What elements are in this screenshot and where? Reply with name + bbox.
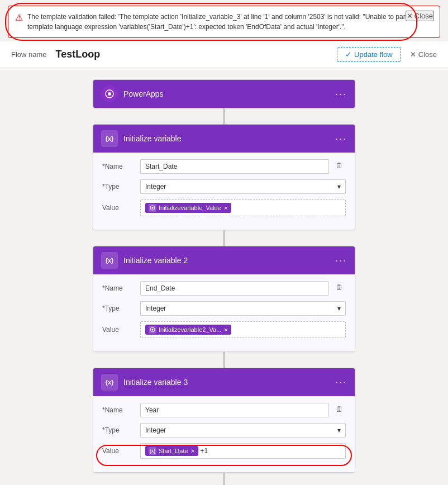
svg-point-5 (152, 329, 154, 331)
header-actions: ✓ Update flow ✕ Close (337, 47, 437, 62)
value-input-1[interactable]: Initializevariable_Value ✕ (140, 199, 346, 216)
init-var-1-body: *Name Start_Date 🗓 *Type Integer ▾ Value (93, 153, 355, 230)
init-var-1-title: Initialize variable (123, 134, 330, 143)
name-input-3[interactable]: Year (140, 403, 329, 417)
init-var-2-menu[interactable]: ··· (335, 255, 347, 267)
token-chip-3: {x} Start_Date ✕ (145, 446, 198, 456)
init-var-2-step: {x} Initialize variable 2 ··· *Name End_… (93, 246, 355, 352)
init-var-1-type-row: *Type Integer ▾ (102, 179, 346, 194)
svg-point-3 (152, 207, 154, 209)
init-var-1-value-row: Value Initializevariable_Value ✕ (102, 199, 346, 216)
chip-icon-1 (149, 204, 156, 212)
chevron-down-icon-1: ▾ (337, 183, 341, 191)
calendar-icon-1[interactable]: 🗓 (336, 161, 346, 172)
chip-icon-2 (149, 326, 156, 334)
powerapps-header: PowerApps ··· (93, 80, 355, 108)
name-label-3: *Name (102, 406, 136, 414)
close-x-icon: ✕ (407, 12, 413, 20)
init-var-2-name-row: *Name End_Date 🗓 (102, 281, 346, 296)
powerapps-menu[interactable]: ··· (335, 88, 347, 100)
init-var-3-step: {x} Initialize variable 3 ··· *Name Year… (93, 368, 355, 473)
value-input-2[interactable]: Initializevariable2_Va... ✕ (140, 321, 346, 338)
close-button[interactable]: ✕ Close (410, 50, 437, 59)
check-icon: ✓ (345, 50, 351, 59)
connector-1 (223, 108, 225, 124)
chip-close-3[interactable]: ✕ (190, 448, 195, 454)
error-banner: ⚠ The template validation failed: 'The t… (8, 6, 440, 38)
chip-close-1[interactable]: ✕ (223, 205, 228, 211)
chip-icon-3: {x} (149, 447, 156, 455)
init-var-3-type-row: *Type Integer ▾ (102, 423, 346, 438)
init-var-3-body: *Name Year 🗓 *Type Integer ▾ Value (93, 396, 355, 472)
token-chip-2: Initializevariable2_Va... ✕ (145, 325, 231, 335)
error-text: The template validation failed: 'The tem… (27, 12, 420, 32)
close-icon: ✕ (410, 50, 416, 59)
type-label-1: *Type (102, 183, 136, 191)
flow-name-label: Flow name (11, 50, 47, 59)
init-var-3-icon: {x} (101, 374, 118, 391)
init-var-3-value-row: Value {x} Start_Date ✕ +1 (102, 443, 346, 459)
init-var-2-title: Initialize variable 2 (123, 256, 330, 265)
chevron-down-icon-2: ▾ (337, 305, 341, 312)
name-label-2: *Name (102, 284, 136, 292)
init-var-3-name-row: *Name Year 🗓 (102, 403, 346, 417)
init-var-3-header: {x} Initialize variable 3 ··· (93, 368, 355, 396)
type-select-2[interactable]: Integer ▾ (140, 301, 346, 316)
error-icon: ⚠ (15, 12, 23, 23)
update-flow-button[interactable]: ✓ Update flow (337, 47, 401, 62)
init-var-2-icon: {x} (101, 252, 118, 269)
type-select-3[interactable]: Integer ▾ (140, 423, 346, 438)
init-var-2-type-row: *Type Integer ▾ (102, 301, 346, 316)
svg-point-1 (108, 92, 111, 96)
init-var-3-menu[interactable]: ··· (335, 377, 347, 388)
calendar-icon-2[interactable]: 🗓 (336, 283, 346, 293)
error-close-button[interactable]: ✕ Close (406, 11, 434, 21)
init-var-1-header: {x} Initialize variable ··· (93, 125, 355, 153)
init-var-1-menu[interactable]: ··· (335, 133, 347, 145)
powerapps-step: PowerApps ··· (93, 79, 355, 108)
value-label-1: Value (102, 204, 136, 212)
init-var-3-title: Initialize variable 3 (123, 378, 330, 387)
type-label-3: *Type (102, 426, 136, 434)
calendar-icon-3[interactable]: 🗓 (336, 405, 346, 415)
chip-close-2[interactable]: ✕ (223, 327, 228, 333)
init-var-2-value-row: Value Initializevariable2_Va... ✕ (102, 321, 346, 338)
header-bar: Flow name TestLoop ✓ Update flow ✕ Close (0, 41, 448, 68)
value-label-3: Value (102, 447, 136, 455)
name-input-2[interactable]: End_Date (140, 281, 329, 296)
token-chip-1: Initializevariable_Value ✕ (145, 203, 231, 213)
connector-2 (223, 230, 225, 246)
init-var-1-name-row: *Name Start_Date 🗓 (102, 159, 346, 174)
init-var-1-icon: {x} (101, 130, 118, 147)
chevron-down-icon-3: ▾ (337, 426, 341, 434)
name-input-1[interactable]: Start_Date (140, 159, 329, 174)
powerapps-title: PowerApps (123, 89, 330, 98)
name-label-1: *Name (102, 163, 136, 170)
value-label-2: Value (102, 326, 136, 334)
canvas: PowerApps ··· {x} Initialize variable ··… (0, 68, 448, 485)
init-var-2-body: *Name End_Date 🗓 *Type Integer ▾ Value (93, 274, 355, 351)
connector-3 (223, 352, 225, 368)
connector-4 (223, 473, 225, 485)
flow-name-value: TestLoop (56, 49, 101, 60)
type-select-1[interactable]: Integer ▾ (140, 179, 346, 194)
init-var-2-header: {x} Initialize variable 2 ··· (93, 246, 355, 274)
type-label-2: *Type (102, 305, 136, 312)
value-input-3[interactable]: {x} Start_Date ✕ +1 (140, 443, 346, 459)
powerapps-icon (101, 85, 118, 102)
init-var-1-step: {x} Initialize variable ··· *Name Start_… (93, 124, 355, 230)
init-var-3-wrapper: {x} Initialize variable 3 ··· *Name Year… (93, 368, 355, 473)
